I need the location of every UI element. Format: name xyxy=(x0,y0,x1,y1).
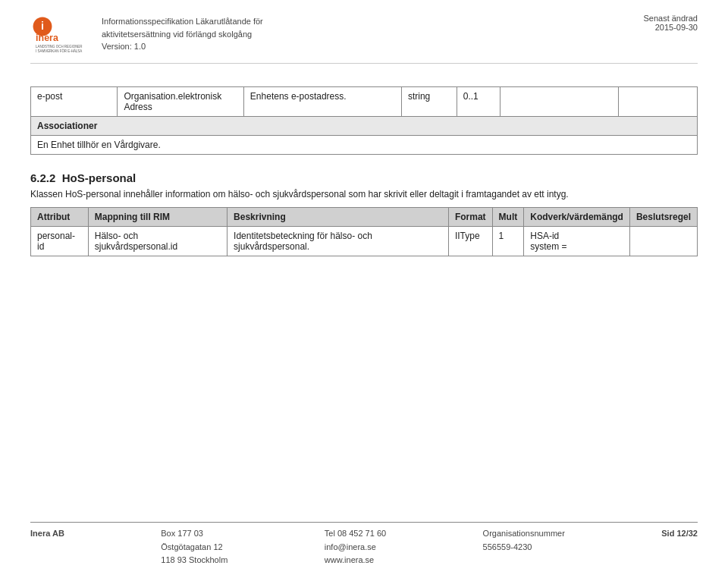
associationer-header: Associationer xyxy=(30,117,698,136)
footer-address-line3: 118 93 Stockholm xyxy=(161,554,228,567)
footer-web: www.inera.se xyxy=(325,554,386,567)
string-cell: string xyxy=(401,87,457,117)
kodverk-cell xyxy=(500,87,618,117)
col-mult: Mult xyxy=(492,208,524,227)
page-footer: Inera AB Box 177 03 Östgötagatan 12 118 … xyxy=(30,522,698,567)
footer-org-number: 556559-4230 xyxy=(483,541,565,554)
section-description: Klassen HoS-personal innehåller informat… xyxy=(30,187,698,201)
last-changed-label: Senast ändrad xyxy=(643,14,698,23)
inera-logo: i inera LANDSTING OCH REGIONER I SAMVERK… xyxy=(30,14,91,55)
footer-org: Organisationsnummer 556559-4230 xyxy=(483,527,565,567)
footer-contact: Tel 08 452 71 60 info@inera.se www.inera… xyxy=(325,527,386,567)
epost-table: e-post Organisation.elektronisk Adress E… xyxy=(30,86,698,117)
footer-org-label: Organisationsnummer xyxy=(483,527,565,541)
main-content: e-post Organisation.elektronisk Adress E… xyxy=(30,86,698,256)
footer-address: Box 177 03 Östgötagatan 12 118 93 Stockh… xyxy=(161,527,228,567)
header-title: Informationsspecifikation Läkarutlåtande… xyxy=(102,14,263,53)
col-kodverk: Kodverk/värdemängd xyxy=(524,208,630,227)
footer-address-line1: Box 177 03 xyxy=(161,527,228,541)
org-elektronisk-cell: Organisation.elektronisk Adress xyxy=(118,87,243,117)
attribute-table: Attribut Mappning till RIM Beskrivning F… xyxy=(30,207,698,256)
header-right: Senast ändrad 2015-09-30 xyxy=(643,14,698,32)
header-left: i inera LANDSTING OCH REGIONER I SAMVERK… xyxy=(30,14,263,55)
footer-company: Inera AB xyxy=(30,527,64,567)
logo-area: i inera LANDSTING OCH REGIONER I SAMVERK… xyxy=(30,14,91,55)
section-title: 6.2.2 HoS-personal xyxy=(30,171,698,184)
cell-kodverk: HSA-idsystem = xyxy=(524,227,630,256)
cell-beslutsregel xyxy=(629,227,697,256)
svg-text:LANDSTING OCH REGIONER: LANDSTING OCH REGIONER xyxy=(36,45,82,49)
footer-company-name: Inera AB xyxy=(30,527,64,541)
associationer-desc: En Enhet tillhör en Vårdgivare. xyxy=(30,136,698,155)
col-beskrivning: Beskrivning xyxy=(228,208,449,227)
col-beslutsregel: Beslutsregel xyxy=(629,208,697,227)
mult-cell: 0..1 xyxy=(457,87,500,117)
svg-text:inera: inera xyxy=(36,33,58,43)
cell-format: IIType xyxy=(448,227,492,256)
enhetens-epost-cell: Enhetens e-postadress. xyxy=(243,87,401,117)
footer-page: Sid 12/32 xyxy=(661,527,698,567)
epost-row: e-post Organisation.elektronisk Adress E… xyxy=(31,87,698,117)
footer-page-number: Sid 12/32 xyxy=(661,527,698,541)
last-changed-date: 2015-09-30 xyxy=(643,23,698,32)
footer-email: info@inera.se xyxy=(325,541,386,554)
svg-text:I SAMVERKAN FÖR E-HÄLSA: I SAMVERKAN FÖR E-HÄLSA xyxy=(36,49,82,54)
epost-cell: e-post xyxy=(31,87,118,117)
svg-text:i: i xyxy=(41,20,44,32)
attr-table-header-row: Attribut Mappning till RIM Beskrivning F… xyxy=(31,208,698,227)
page-container: i inera LANDSTING OCH REGIONER I SAMVERK… xyxy=(0,0,728,578)
cell-beskrivning: Identitetsbeteckning för hälso- och sjuk… xyxy=(228,227,449,256)
col-attribut: Attribut xyxy=(31,208,89,227)
page-header: i inera LANDSTING OCH REGIONER I SAMVERK… xyxy=(30,14,698,64)
footer-address-line2: Östgötagatan 12 xyxy=(161,541,228,554)
col-mappning: Mappning till RIM xyxy=(88,208,227,227)
cell-attribut: personal-id xyxy=(31,227,89,256)
table-row: personal-id Hälso- och sjukvårdspersonal… xyxy=(31,227,698,256)
section-heading: 6.2.2 HoS-personal Klassen HoS-personal … xyxy=(30,171,698,201)
cell-mappning: Hälso- och sjukvårdspersonal.id xyxy=(88,227,227,256)
beslutsregel-cell xyxy=(618,87,697,117)
footer-tel: Tel 08 452 71 60 xyxy=(325,527,386,541)
col-format: Format xyxy=(448,208,492,227)
cell-mult: 1 xyxy=(492,227,524,256)
